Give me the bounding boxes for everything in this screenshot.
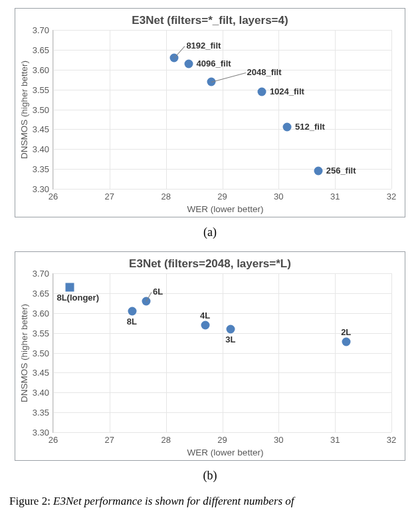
chart-b-title: E3Net (filters=2048, layers=*L) — [22, 257, 398, 271]
data-label: 256_filt — [326, 166, 356, 176]
ytick: 3.40 — [33, 388, 49, 398]
xtick: 26 — [49, 192, 58, 201]
ytick: 3.35 — [33, 164, 49, 174]
ytick: 3.60 — [33, 308, 49, 318]
caption-rest: E3Net performance is shown for different… — [51, 495, 294, 507]
data-point — [283, 123, 292, 132]
ytick: 3.55 — [33, 328, 49, 338]
ytick: 3.30 — [33, 184, 49, 194]
data-label: 4L — [200, 311, 210, 321]
ytick: 3.65 — [33, 288, 49, 298]
ytick: 3.50 — [33, 348, 49, 358]
xtick: 32 — [387, 192, 396, 201]
subcaption-b: (b) — [5, 469, 415, 483]
ytick: 3.60 — [33, 64, 49, 74]
gridline-v — [223, 273, 223, 432]
data-point — [257, 87, 266, 96]
leader-line — [211, 72, 245, 82]
ytick: 3.45 — [33, 368, 49, 378]
data-label: 6L — [153, 287, 163, 297]
gridline-h — [53, 189, 391, 190]
ytick: 3.55 — [33, 84, 49, 94]
xtick: 28 — [161, 192, 170, 201]
xtick: 26 — [49, 435, 58, 445]
chart-a-xlabel: WER (lower better) — [52, 204, 398, 214]
ytick: 3.70 — [33, 269, 49, 279]
caption-lead: Figure 2: — [9, 495, 51, 507]
gridline-v — [278, 30, 279, 189]
ytick: 3.65 — [33, 45, 49, 55]
ytick: 3.30 — [33, 428, 49, 438]
data-point — [201, 321, 210, 329]
data-label: 2048_filt — [247, 67, 282, 77]
data-label: 8192_filt — [186, 41, 221, 51]
data-label: 8L — [127, 317, 137, 326]
chart-a-plot: DNSMOS (higher better) 3.303.353.403.453… — [52, 30, 391, 190]
data-point — [227, 324, 235, 333]
data-point — [184, 59, 193, 68]
ytick: 3.35 — [33, 408, 49, 418]
ytick: 3.70 — [33, 25, 49, 35]
ytick: 3.40 — [33, 144, 49, 154]
data-label: 1024_filt — [270, 86, 304, 96]
data-point — [342, 338, 351, 346]
figure-caption: Figure 2: E3Net performance is shown for… — [9, 495, 411, 508]
data-label: 512_filt — [295, 122, 325, 132]
gridline-v — [391, 30, 392, 189]
gridline-v — [278, 273, 279, 432]
gridline-v — [223, 30, 223, 189]
data-point — [314, 167, 322, 176]
ytick: 3.45 — [33, 124, 49, 134]
data-label: 4096_filt — [197, 59, 231, 68]
data-point — [128, 307, 136, 315]
gridline-v — [335, 273, 336, 432]
gridline-v — [53, 30, 54, 189]
gridline-v — [110, 30, 110, 189]
xtick: 30 — [274, 192, 283, 201]
data-label: 2L — [341, 327, 351, 337]
gridline-v — [391, 273, 392, 432]
chart-b-xlabel: WER (lower better) — [52, 448, 398, 457]
chart-a: E3Net (filters=*_filt, layers=4) DNSMOS … — [15, 8, 405, 217]
leader-line — [174, 46, 185, 59]
gridline-v — [166, 273, 167, 432]
chart-b-plot: DNSMOS (higher better) 3.303.353.403.453… — [52, 273, 391, 433]
xtick: 27 — [105, 435, 114, 445]
data-point — [66, 283, 74, 291]
chart-b-ylabel: DNSMOS (higher better) — [19, 304, 29, 402]
data-label: 3L — [225, 334, 235, 344]
gridline-v — [53, 273, 54, 432]
gridline-h — [53, 432, 391, 433]
xtick: 31 — [330, 435, 340, 445]
xtick: 29 — [217, 435, 227, 445]
ytick: 3.50 — [33, 104, 49, 114]
subcaption-a: (a) — [5, 225, 415, 239]
chart-b: E3Net (filters=2048, layers=*L) DNSMOS (… — [15, 251, 405, 461]
xtick: 30 — [274, 435, 283, 445]
xtick: 31 — [330, 192, 340, 201]
chart-a-title: E3Net (filters=*_filt, layers=4) — [22, 14, 398, 27]
data-label: 8L(longer) — [56, 293, 99, 303]
xtick: 27 — [105, 192, 114, 201]
xtick: 29 — [217, 192, 227, 201]
xtick: 28 — [161, 435, 170, 445]
chart-a-ylabel: DNSMOS (higher better) — [19, 61, 29, 159]
gridline-v — [110, 273, 110, 432]
xtick: 32 — [387, 435, 396, 445]
gridline-v — [166, 30, 167, 189]
